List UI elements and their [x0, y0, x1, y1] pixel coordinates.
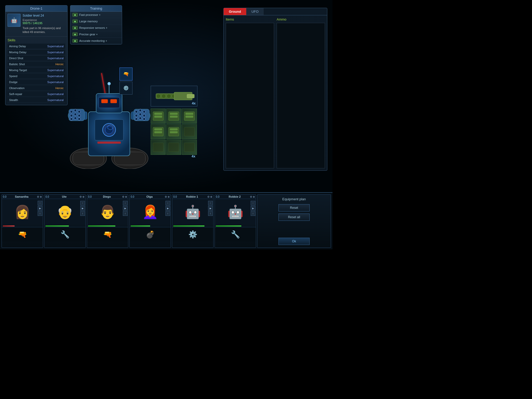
action-icon[interactable]: ▶	[80, 206, 85, 211]
svg-point-18	[74, 117, 77, 119]
svg-rect-60	[170, 128, 178, 130]
char-hpbar-fill	[173, 225, 204, 227]
char-level: 0.0	[3, 195, 6, 198]
move-icon[interactable]: ↑	[208, 201, 213, 205]
target-icon[interactable]: ⊕	[168, 195, 170, 198]
character-card-diego[interactable]: 0.0 Diego ⚙ ⊕ 👨 🔫 ↑ ▶ i	[87, 194, 128, 248]
char-weapon-slot[interactable]: 🔫	[87, 227, 128, 242]
skill-level: Supernatural	[47, 81, 64, 84]
ammo-cell-5[interactable]	[166, 124, 181, 139]
tab-ufo[interactable]: UFO	[246, 8, 264, 15]
reset-button[interactable]: Reset	[278, 204, 310, 211]
skill-name: Speed	[9, 75, 17, 78]
ammo-cell-7[interactable]	[151, 140, 166, 155]
svg-point-31	[143, 118, 145, 120]
move-icon[interactable]: ↑	[38, 201, 42, 205]
info-icon[interactable]: i	[165, 211, 170, 216]
char-side-icons: ↑ ▶ i	[123, 201, 128, 216]
svg-point-15	[74, 113, 77, 116]
char-side-icons: ↑ ▶ i	[80, 201, 85, 216]
ammo-cell-2[interactable]	[166, 109, 181, 124]
weapon-slot-1[interactable]: 🔫	[119, 68, 132, 81]
action-icon[interactable]: ▶	[38, 206, 42, 211]
ammo-column: Ammo	[277, 17, 325, 168]
character-card-robbie 2[interactable]: 0.0 Robbie 2 ⚙ ⊕ 🤖 🔧 ↑ ▶ i	[215, 194, 256, 248]
svg-rect-34	[101, 99, 108, 103]
action-icon[interactable]: ▶	[165, 206, 170, 211]
skill-row-stealth: StealthSupernatural	[8, 97, 65, 103]
portrait-image: 👴	[57, 204, 73, 220]
training-item-fast-processor-+[interactable]: ▣Fast processor +	[70, 12, 122, 18]
training-item-accurate-monitoring-+[interactable]: ▣Accurate monitoring +	[70, 38, 122, 44]
training-item-precise-gear-+[interactable]: ▣Precise gear +	[70, 31, 122, 38]
skill-row-moving-delay: Moving DelaySupernatural	[8, 50, 65, 55]
gear-slot-1[interactable]: ⚙️	[119, 82, 132, 95]
char-weapon-slot[interactable]: ⚙️	[172, 227, 213, 242]
char-weapon-slot[interactable]: 🔫	[2, 227, 43, 242]
ammo-inventory-grid[interactable]	[277, 23, 325, 168]
skill-row-balistic-shot: Balistic ShotHeroic	[8, 62, 65, 67]
svg-point-42	[162, 94, 166, 98]
char-header-icons: ⚙ ⊕	[250, 195, 255, 198]
char-header-icons: ⚙ ⊕	[122, 195, 127, 198]
gear-slot-row: ⚙️	[119, 82, 132, 95]
info-icon[interactable]: i	[38, 211, 42, 216]
action-icon[interactable]: ▶	[208, 206, 213, 211]
char-header: 0.0 Ute ⚙ ⊕	[44, 195, 85, 199]
character-card-olga[interactable]: 0.0 Olga ⚙ ⊕ 👩‍🦰 💣 ↑ ▶ i	[129, 194, 171, 248]
training-item-large-memory[interactable]: ▣Large memory	[70, 18, 122, 25]
char-hpbar	[216, 225, 255, 227]
drone-exp-value: 99975 / 146195	[23, 22, 65, 25]
ok-button[interactable]: Ok	[278, 238, 310, 245]
character-card-samantha[interactable]: 0.0 Samantha ⚙ ⊕ 👩 🔫 ↑ ▶ i	[2, 194, 43, 248]
move-icon[interactable]: ↑	[165, 201, 170, 205]
ammo-grid-area: 4x	[151, 86, 197, 159]
move-icon[interactable]: ↑	[80, 201, 85, 205]
training-item-responsive-sensors-+[interactable]: ▣Responsive sensors +	[70, 25, 122, 31]
target-icon[interactable]: ⊕	[253, 195, 255, 198]
info-icon[interactable]: i	[208, 211, 213, 216]
skill-name: Stealth	[9, 98, 18, 102]
ammo-cell-3[interactable]	[182, 109, 197, 124]
info-icon[interactable]: i	[123, 211, 128, 216]
ammo-cell-8[interactable]	[166, 140, 181, 155]
settings-icon[interactable]: ⚙	[79, 195, 82, 198]
drone-exp-label: Experience	[23, 18, 65, 22]
svg-point-27	[139, 113, 142, 116]
target-icon[interactable]: ⊕	[40, 195, 42, 198]
settings-icon[interactable]: ⚙	[250, 195, 252, 198]
ammo-title: Ammo	[277, 17, 325, 21]
character-card-ute[interactable]: 0.0 Ute ⚙ ⊕ 👴 🔧 ↑ ▶ i	[44, 194, 86, 248]
move-icon[interactable]: ↑	[251, 201, 255, 205]
ammo-cell-9[interactable]	[182, 140, 197, 155]
skill-level: Supernatural	[47, 57, 64, 60]
items-grid[interactable]	[226, 23, 274, 168]
svg-point-17	[70, 118, 73, 120]
action-icon[interactable]: ▶	[123, 206, 128, 211]
main-weapon-slot[interactable]: 4x	[151, 86, 197, 107]
char-weapon-slot[interactable]: 💣	[130, 227, 171, 242]
action-icon[interactable]: ▶	[251, 206, 255, 211]
ammo-cell-6[interactable]	[182, 124, 197, 139]
reset-all-button[interactable]: Reset all	[278, 214, 310, 221]
ammo-cell-4[interactable]	[151, 124, 166, 139]
char-header-icons: ⚙ ⊕	[165, 195, 170, 198]
ammo-cell-1[interactable]	[151, 109, 166, 124]
tab-ground[interactable]: Ground	[224, 8, 246, 15]
move-icon[interactable]: ↑	[123, 201, 128, 205]
target-icon[interactable]: ⊕	[210, 195, 212, 198]
char-hpbar	[88, 225, 127, 227]
svg-rect-38	[97, 142, 121, 144]
settings-icon[interactable]: ⚙	[165, 195, 167, 198]
info-icon[interactable]: i	[251, 211, 255, 216]
character-card-robbie 1[interactable]: 0.0 Robbie 1 ⚙ ⊕ 🤖 ⚙️ ↑ ▶ i	[172, 194, 214, 248]
settings-icon[interactable]: ⚙	[207, 195, 210, 198]
target-icon[interactable]: ⊕	[82, 195, 84, 198]
settings-icon[interactable]: ⚙	[122, 195, 124, 198]
target-icon[interactable]: ⊕	[125, 195, 127, 198]
settings-icon[interactable]: ⚙	[37, 195, 39, 198]
char-header-icons: ⚙ ⊕	[79, 195, 84, 198]
char-weapon-slot[interactable]: 🔧	[44, 227, 85, 242]
info-icon[interactable]: i	[80, 211, 85, 216]
char-weapon-slot[interactable]: 🔧	[215, 227, 256, 242]
